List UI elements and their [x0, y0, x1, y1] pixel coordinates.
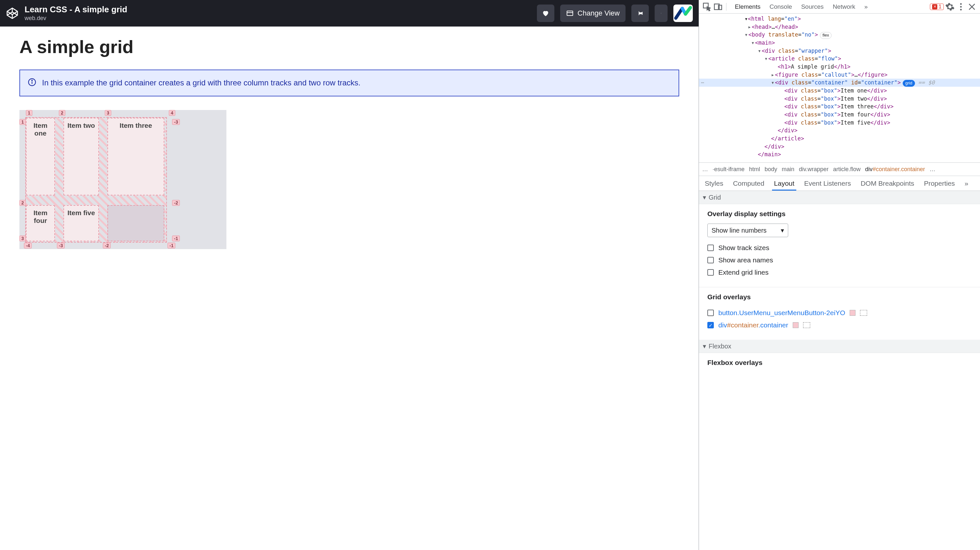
grid-line-label: 4	[169, 110, 175, 116]
line-numbers-select[interactable]: Show line numbers ▾	[707, 223, 788, 237]
error-count-badge[interactable]: ✕1	[930, 3, 944, 10]
grid-line-label: 2	[59, 110, 65, 116]
breadcrumb-item[interactable]: body	[765, 166, 777, 173]
svg-point-13	[960, 9, 962, 10]
codepen-panel: Learn CSS - A simple grid web.dev Change…	[0, 0, 698, 550]
grid-cell: Item three	[107, 118, 164, 195]
subtab-dom-breakpoints[interactable]: DOM Breakpoints	[861, 180, 914, 187]
dom-breadcrumb[interactable]: … ·esult-iframe html body main div.wrapp…	[699, 163, 980, 176]
selected-dom-node[interactable]: ⋯ ▾<div class="container" id="container"…	[699, 79, 980, 87]
checkbox[interactable]	[707, 309, 714, 316]
breadcrumb-item[interactable]: main	[782, 166, 794, 173]
settings-button[interactable]	[945, 2, 955, 12]
codepen-logo-icon	[6, 7, 19, 20]
check-area-names[interactable]: Show area names	[707, 254, 972, 266]
pen-author[interactable]: web.dev	[25, 15, 127, 22]
check-extend-lines[interactable]: Extend grid lines	[707, 266, 972, 279]
grid-demo-area: Item one Item two Item three Item four I…	[19, 110, 226, 249]
tab-sources[interactable]: Sources	[801, 3, 824, 10]
callout-text: In this example the grid container creat…	[42, 77, 360, 89]
highlight-toggle-icon[interactable]	[860, 310, 867, 316]
svg-point-12	[960, 6, 962, 8]
layout-panel: ▾Grid Overlay display settings Show line…	[699, 191, 980, 550]
pin-icon	[636, 10, 644, 17]
page-heading: A simple grid	[19, 36, 679, 57]
flexbox-overlays-group: Flexbox overlays	[699, 353, 980, 381]
device-toggle-button[interactable]	[713, 2, 723, 12]
partner-logo-icon	[673, 3, 693, 23]
grid-line-label: 3	[19, 236, 26, 241]
color-swatch[interactable]	[793, 322, 799, 328]
svg-point-11	[960, 3, 962, 5]
more-button[interactable]	[956, 2, 966, 12]
overlay-selector[interactable]: button.UserMenu_userMenuButton-2eiYO	[718, 309, 845, 317]
devtools-toolbar: Elements Console Sources Network » ✕1	[699, 0, 980, 14]
grid-line-label: -4	[24, 243, 32, 249]
grid-cell: Item five	[64, 205, 99, 241]
breadcrumb-item-active[interactable]: div#container.container	[865, 166, 925, 173]
checkbox[interactable]	[707, 322, 714, 328]
flexbox-section-header[interactable]: ▾Flexbox	[699, 340, 980, 353]
error-count: 1	[939, 4, 942, 10]
grid-cell-empty	[107, 205, 164, 241]
breadcrumb-item[interactable]: article.flow	[833, 166, 861, 173]
close-icon	[967, 2, 977, 12]
check-track-sizes[interactable]: Show track sizes	[707, 242, 972, 254]
checkbox[interactable]	[707, 269, 714, 276]
checkbox[interactable]	[707, 245, 714, 251]
heart-icon	[542, 10, 549, 17]
grid-cell: Item one	[26, 118, 55, 195]
pin-button[interactable]	[632, 5, 649, 22]
subtab-layout[interactable]: Layout	[774, 180, 794, 187]
breadcrumb-item[interactable]: ·esult-iframe	[713, 166, 745, 173]
grid-cell: Item four	[26, 205, 55, 241]
overlay-settings-title: Overlay display settings	[707, 210, 972, 218]
change-view-button[interactable]: Change View	[560, 5, 625, 22]
preview-content: A simple grid In this example the grid c…	[0, 27, 698, 550]
callout-box: In this example the grid container creat…	[19, 70, 679, 96]
change-view-label: Change View	[578, 9, 620, 18]
grid-badge[interactable]: grid	[903, 80, 915, 87]
tab-elements[interactable]: Elements	[735, 3, 760, 10]
breadcrumb-item[interactable]: html	[749, 166, 760, 173]
highlight-toggle-icon[interactable]	[803, 322, 810, 328]
breadcrumb-overflow-left[interactable]: …	[702, 166, 708, 173]
subtabs-overflow[interactable]: »	[964, 180, 968, 187]
overlay-item[interactable]: div#container.container	[707, 319, 972, 331]
gear-icon	[945, 2, 955, 12]
grid-section-header[interactable]: ▾Grid	[699, 191, 980, 204]
breadcrumb-overflow-right[interactable]: …	[929, 166, 935, 173]
devtools-panel: Elements Console Sources Network » ✕1 ▾<…	[698, 0, 980, 550]
svg-point-7	[32, 80, 32, 81]
tabs-overflow[interactable]: »	[864, 3, 868, 10]
subtab-styles[interactable]: Styles	[705, 180, 723, 187]
heart-button[interactable]	[537, 5, 554, 22]
overlay-selector[interactable]: div#container.container	[718, 321, 788, 329]
subtab-event-listeners[interactable]: Event Listeners	[804, 180, 851, 187]
partner-logo-button[interactable]	[673, 5, 693, 22]
overlay-item[interactable]: button.UserMenu_userMenuButton-2eiYO	[707, 307, 972, 319]
subtab-computed[interactable]: Computed	[733, 180, 764, 187]
svg-rect-3	[567, 11, 573, 16]
breadcrumb-item[interactable]: div.wrapper	[799, 166, 829, 173]
tab-console[interactable]: Console	[770, 3, 792, 10]
layout-icon	[566, 10, 574, 17]
subtab-properties[interactable]: Properties	[924, 180, 955, 187]
pen-title: Learn CSS - A simple grid	[25, 5, 127, 14]
grid-line-label: -1	[167, 243, 175, 249]
triangle-down-icon: ▾	[703, 342, 706, 350]
grid-line-label: -1	[172, 236, 180, 241]
dom-tree[interactable]: ▾<html lang="en"> ▸<head>…</head> ▾<body…	[699, 14, 980, 163]
info-icon	[28, 78, 36, 86]
flex-badge[interactable]: flex	[820, 32, 832, 39]
inspect-element-button[interactable]	[702, 2, 712, 12]
error-x-icon: ✕	[932, 4, 937, 10]
checkbox[interactable]	[707, 257, 714, 263]
pin-dropdown-button[interactable]	[655, 5, 668, 22]
color-swatch[interactable]	[850, 310, 856, 316]
more-vert-icon	[956, 2, 966, 12]
tab-network[interactable]: Network	[833, 3, 856, 10]
grid-overlays-title: Grid overlays	[707, 293, 972, 301]
chevron-down-icon	[660, 10, 662, 17]
close-devtools-button[interactable]	[967, 2, 977, 12]
